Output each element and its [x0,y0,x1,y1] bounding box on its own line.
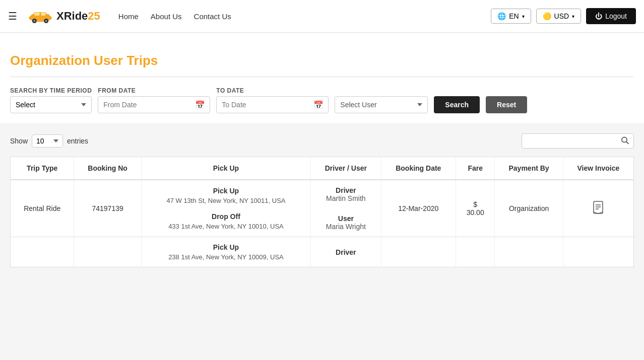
search-by-label: SEARCH BY TIME PERIOD [10,87,92,94]
search-btn-group: Search [434,87,480,113]
svg-line-10 [626,142,628,144]
cell-invoice[interactable] [563,180,633,237]
to-date-input[interactable] [216,96,329,113]
svg-rect-11 [594,201,603,213]
invoice-icon[interactable] [593,205,604,216]
svg-rect-3 [34,13,39,16]
driver-label-2: Driver [317,248,374,256]
search-btn-spacer [434,87,480,94]
language-button[interactable]: 🌐 EN ▾ [491,9,531,24]
fare-value: 30.00 [467,208,484,217]
table-row: Pick Up 238 1st Ave, New York, NY 10009,… [11,237,634,267]
currency-dropdown-arrow: ▾ [572,14,574,19]
filter-bar: SEARCH BY TIME PERIOD Select FROM DATE 📅… [10,87,634,123]
table-search-input[interactable] [522,133,634,149]
nav-about[interactable]: About Us [151,12,182,21]
entries-select[interactable]: 10 25 50 100 [32,134,63,148]
nav-home[interactable]: Home [118,12,139,21]
cell-booking-no: 74197139 [74,180,141,237]
navbar: ☰ XRide25 Home About Us Contact Us 🌐 EN … [0,0,644,33]
cell-payment-by-2 [495,237,563,267]
svg-point-8 [45,20,47,22]
table-search [522,133,634,149]
table-row: Rental Ride 74197139 Pick Up 47 W 13th S… [11,180,634,237]
navbar-right: 🌐 EN ▾ 🟡 USD ▾ ⏻ Logout [491,8,636,24]
currency-button[interactable]: 🟡 USD ▾ [536,9,582,24]
search-button[interactable]: Search [434,96,480,113]
col-driver-user: Driver / User [311,157,381,180]
pickup-label: Pick Up [148,187,304,195]
col-pickup: Pick Up [141,157,310,180]
power-icon: ⏻ [595,12,602,20]
dropoff-address: 433 1st Ave, New York, NY 10010, USA [148,223,304,230]
to-date-wrapper: 📅 [216,96,329,113]
trips-table: Trip Type Booking No Pick Up Driver / Us… [10,157,634,267]
page-divider [10,77,634,77]
col-payment-by: Payment By [495,157,563,180]
driver-name: Martin Smith [317,194,374,202]
currency-label: USD [554,12,569,20]
search-by-group: SEARCH BY TIME PERIOD Select [10,87,92,113]
reset-button[interactable]: Reset [486,96,527,113]
logo-link[interactable]: XRide25 [27,8,100,24]
show-entries: Show 10 25 50 100 entries [10,134,88,148]
col-booking-date: Booking Date [381,157,456,180]
select-user-label [335,87,428,94]
cell-payment-by: Organization [495,180,563,237]
entries-label: entries [67,137,88,145]
pickup-address: 47 W 13th St, New York, NY 10011, USA [148,197,304,204]
to-date-group: TO DATE 📅 [216,87,329,113]
fare-symbol: $ [473,200,477,208]
col-view-invoice: View Invoice [563,157,633,180]
cell-driver-user-2: Driver [311,237,381,267]
select-user-select[interactable]: Select User [335,96,428,113]
show-label: Show [10,137,28,145]
currency-flag-icon: 🟡 [543,12,551,20]
page-title: Organization User Trips [10,43,634,77]
select-user-wrapper: Select User [335,96,428,113]
select-user-group: Select User [335,87,428,113]
pickup-label-2: Pick Up [148,243,304,251]
page-content: Organization User Trips SEARCH BY TIME P… [0,33,644,123]
from-date-group: FROM DATE 📅 [98,87,210,113]
main-nav: Home About Us Contact Us [118,12,231,21]
table-search-icon [621,136,629,146]
pickup-address-2: 238 1st Ave, New York, NY 10009, USA [148,253,304,261]
cell-fare: $ 30.00 [456,180,495,237]
table-controls: Show 10 25 50 100 entries [10,133,634,149]
logo-brand-text: XRide25 [56,10,100,23]
cell-booking-date-2 [381,237,456,267]
globe-icon: 🌐 [497,12,506,20]
car-logo-icon [27,8,53,24]
cell-pickup-2: Pick Up 238 1st Ave, New York, NY 10009,… [141,237,310,267]
from-date-wrapper: 📅 [98,96,210,113]
svg-point-6 [33,20,35,22]
logout-button[interactable]: ⏻ Logout [586,8,636,24]
dropoff-label: Drop Off [148,212,304,221]
svg-rect-4 [41,13,45,16]
user-name: Maria Wright [317,223,374,231]
hamburger-menu[interactable]: ☰ [8,10,17,22]
col-booking-no: Booking No [74,157,141,180]
cell-booking-date: 12-Mar-2020 [381,180,456,237]
from-date-input[interactable] [98,96,210,113]
logout-label: Logout [605,12,627,20]
to-date-label: TO DATE [216,87,329,94]
nav-contact[interactable]: Contact Us [194,12,231,21]
cell-trip-type: Rental Ride [11,180,74,237]
reset-btn-spacer [486,87,527,94]
cell-trip-type-2 [11,237,74,267]
cell-pickup: Pick Up 47 W 13th St, New York, NY 10011… [141,180,310,237]
search-by-select[interactable]: Select [10,96,92,113]
driver-label: Driver [317,186,374,194]
reset-btn-group: Reset [486,87,527,113]
cell-invoice-2 [563,237,633,267]
from-date-label: FROM DATE [98,87,210,94]
cell-driver-user: Driver Martin Smith User Maria Wright [311,180,381,237]
user-label: User [317,214,374,223]
language-label: EN [509,12,519,20]
table-section: Show 10 25 50 100 entries Trip Type B [0,123,644,277]
cell-fare-2 [456,237,495,267]
col-fare: Fare [456,157,495,180]
cell-booking-no-2 [74,237,141,267]
